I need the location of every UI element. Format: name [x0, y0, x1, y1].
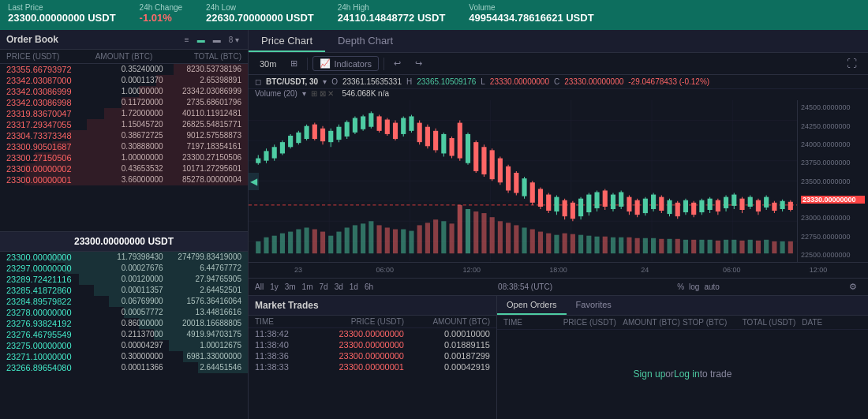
- tab-favorites[interactable]: Favorites: [567, 296, 621, 315]
- change-24h-item: 24h Change -1.01%: [140, 3, 183, 24]
- period-1m-btn[interactable]: 1m: [302, 282, 313, 291]
- bid-row[interactable]: 23285.41872860 0.00011357 2.64452501: [0, 285, 248, 296]
- bid-row[interactable]: 23297.00000000 0.00027676 6.44767772: [0, 263, 248, 274]
- svg-rect-182: [530, 230, 535, 254]
- log-in-link[interactable]: Log in: [674, 368, 700, 380]
- chart-auto-btn[interactable]: auto: [704, 282, 719, 291]
- svg-rect-111: [643, 199, 648, 213]
- asks-list: 23355.66793972 0.35240000 8230.53738196 …: [0, 64, 248, 231]
- bid-row[interactable]: 23289.72421116 0.00120000 27.94765905: [0, 274, 248, 285]
- ob-columns: PRICE (USDT) AMOUNT (BTC) TOTAL (BTC): [0, 50, 248, 64]
- tab-open-orders[interactable]: Open Orders: [497, 296, 567, 315]
- period-6h-btn[interactable]: 6h: [365, 282, 373, 291]
- ask-row[interactable]: 23355.66793972 0.35240000 8230.53738196: [0, 64, 248, 75]
- svg-rect-157: [328, 236, 333, 253]
- ord-col-total: TOTAL (USDT): [743, 318, 803, 327]
- price-scale-label: 22750.0000000: [801, 233, 865, 241]
- chart-nav-left[interactable]: ◀: [249, 173, 259, 190]
- bid-row[interactable]: 23276.93824192 0.86000000 20018.16688805: [0, 318, 248, 329]
- svg-rect-158: [336, 232, 341, 254]
- volume-dropdown: ▾: [302, 89, 306, 98]
- ob-col-price: PRICE (USDT): [6, 52, 84, 61]
- chart-settings-btn[interactable]: ⚙: [844, 280, 862, 294]
- ob-decimal-btn[interactable]: 8 ▾: [226, 35, 241, 45]
- period-1y-btn[interactable]: 1y: [270, 282, 279, 291]
- chart-content[interactable]: ◀: [249, 100, 797, 261]
- orders-panel: Open Orders Favorites TIME PRICE (USDT) …: [497, 296, 868, 419]
- candlestick-type-btn[interactable]: ⊞: [286, 57, 302, 70]
- ohlc-change-value: -29.04678433 (-0.12%): [628, 77, 709, 86]
- bid-row[interactable]: 23276.46795549 0.21137000 4919.94703175: [0, 329, 248, 340]
- svg-rect-148: [256, 241, 260, 253]
- dropdown-icon: ▾: [323, 77, 327, 86]
- svg-rect-71: [481, 148, 486, 175]
- ob-col-total: TOTAL (BTC): [163, 52, 241, 61]
- volume-value: 49954434.78616621 USDT: [469, 12, 593, 24]
- svg-rect-139: [756, 200, 761, 211]
- tab-depth-chart[interactable]: Depth Chart: [325, 30, 406, 52]
- mt-col-price: PRICE (USDT): [318, 317, 404, 326]
- chart-%-btn[interactable]: %: [677, 282, 684, 291]
- period-3d-btn[interactable]: 3d: [335, 282, 343, 291]
- market-trades-header: Market Trades: [249, 296, 496, 316]
- sign-up-link[interactable]: Sign up: [634, 368, 666, 380]
- svg-rect-115: [659, 197, 664, 211]
- period-7d-btn[interactable]: 7d: [320, 282, 328, 291]
- redo-btn[interactable]: ↪: [410, 57, 427, 70]
- chart-timestamp: 08:38:54 (UTC): [498, 282, 552, 291]
- bid-row[interactable]: 23284.89579822 0.06769900 1576.36416064: [0, 296, 248, 307]
- svg-rect-47: [385, 120, 390, 134]
- ask-row[interactable]: 23300.27150506 1.00000000 23300.27150506: [0, 152, 248, 163]
- indicators-btn[interactable]: 📈 Indicators: [312, 56, 379, 71]
- last-price-value: 23300.00000000 USDT: [8, 12, 116, 24]
- svg-rect-99: [594, 193, 599, 208]
- svg-rect-75: [498, 159, 503, 183]
- period-1d-btn[interactable]: 1d: [350, 282, 358, 291]
- mt-columns: TIME PRICE (USDT) AMOUNT (BTC): [249, 316, 496, 328]
- svg-rect-133: [731, 195, 736, 206]
- svg-rect-37: [345, 122, 350, 137]
- bid-row[interactable]: 23275.00000000 0.00004297 1.00012675: [0, 340, 248, 351]
- svg-rect-209: [748, 240, 753, 253]
- svg-rect-101: [603, 191, 608, 207]
- fullscreen-btn[interactable]: ⛶: [842, 56, 862, 71]
- svg-rect-145: [780, 201, 785, 209]
- ob-view-all-btn[interactable]: ≡: [182, 35, 192, 45]
- ask-row[interactable]: 23342.03086999 1.00000000 23342.03086999: [0, 86, 248, 97]
- svg-rect-153: [296, 230, 301, 254]
- ask-row[interactable]: 23300.00000001 3.66000000 85278.00000004: [0, 174, 248, 185]
- ask-row[interactable]: 23319.83670047 1.72000000 40110.11912481: [0, 108, 248, 119]
- undo-btn[interactable]: ↩: [389, 57, 406, 70]
- ohlc-o-label: O: [331, 77, 338, 86]
- svg-rect-160: [353, 226, 357, 254]
- last-price-label: Last Price: [8, 3, 116, 12]
- tab-price-chart[interactable]: Price Chart: [249, 30, 325, 52]
- time-axis-label: 23: [255, 266, 342, 274]
- svg-rect-23: [288, 136, 293, 147]
- bids-list: 23300.00000000 11.79398430 274799.834190…: [0, 252, 248, 419]
- timeframe-30m-btn[interactable]: 30m: [255, 58, 281, 70]
- bid-row[interactable]: 23300.00000000 11.79398430 274799.834190…: [0, 252, 248, 263]
- bid-row[interactable]: 23271.10000000 0.30000000 6981.33000000: [0, 351, 248, 362]
- period-3m-btn[interactable]: 3m: [285, 282, 296, 291]
- ob-view-asks-btn[interactable]: ▬: [195, 35, 208, 45]
- svg-rect-192: [611, 238, 615, 253]
- ob-view-bids-btn[interactable]: ▬: [211, 35, 223, 45]
- volume-value: 546.068K n/a: [342, 89, 389, 98]
- ask-row[interactable]: 23317.29347055 1.15045720 26825.54815771: [0, 119, 248, 130]
- ask-row[interactable]: 23300.00000002 0.43653532 10171.27295601: [0, 163, 248, 174]
- ask-row[interactable]: 23300.90501687 0.30888000 7197.18354161: [0, 141, 248, 152]
- bid-row[interactable]: 23266.89654080 0.00011366 2.64451546: [0, 362, 248, 373]
- svg-rect-151: [280, 234, 285, 254]
- time-axis-label: 24: [601, 266, 688, 274]
- svg-rect-41: [361, 117, 365, 129]
- chart-log-btn[interactable]: log: [689, 282, 699, 291]
- ask-row[interactable]: 23304.73373348 0.38672725 9012.57558873: [0, 130, 248, 141]
- ask-row[interactable]: 23342.03086998 0.11720000 2735.68601796: [0, 97, 248, 108]
- period-all-btn[interactable]: All: [255, 282, 264, 291]
- ohlc-l-label: L: [481, 77, 485, 86]
- orders-empty: Sign up or Log in to trade: [497, 330, 868, 419]
- bid-row[interactable]: 23278.00000000 0.00057772 13.44816616: [0, 307, 248, 318]
- order-book-title: Order Book: [6, 34, 58, 45]
- ask-row[interactable]: 23342.03087000 0.00011370 2.65398891: [0, 75, 248, 86]
